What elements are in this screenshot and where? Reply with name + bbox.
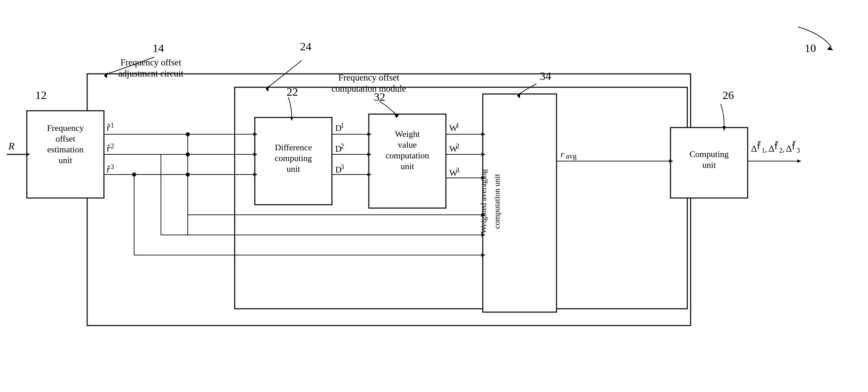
svg-text:2: 2 <box>111 142 114 150</box>
svg-text:32: 32 <box>374 91 385 103</box>
svg-text:12: 12 <box>35 89 46 101</box>
svg-text:,: , <box>765 145 767 153</box>
svg-text:unit: unit <box>59 156 72 165</box>
svg-text:f̃: f̃ <box>774 141 778 151</box>
svg-text:R: R <box>8 140 14 151</box>
svg-text:3: 3 <box>456 166 459 174</box>
svg-marker-45 <box>827 46 833 50</box>
svg-text:Weighted averaging: Weighted averaging <box>479 169 488 233</box>
svg-text:2: 2 <box>341 142 344 150</box>
svg-text:r: r <box>561 149 564 159</box>
svg-text:offset: offset <box>56 134 76 144</box>
svg-text:f̃: f̃ <box>757 141 761 151</box>
svg-marker-44 <box>797 160 801 163</box>
svg-text:Difference: Difference <box>275 143 312 152</box>
diagram-svg: Frequency offset estimation unit Differe… <box>0 0 868 392</box>
svg-text:estimation: estimation <box>47 145 84 155</box>
svg-text:Computing: Computing <box>689 149 728 159</box>
svg-text:adjustment circuit: adjustment circuit <box>118 68 184 79</box>
diagram: Frequency offset estimation unit Differe… <box>0 0 868 392</box>
svg-text:Δ: Δ <box>751 143 757 154</box>
svg-text:unit: unit <box>702 160 716 170</box>
svg-text:computation: computation <box>385 151 429 161</box>
svg-text:3: 3 <box>341 163 344 170</box>
svg-text:computing: computing <box>275 153 312 163</box>
svg-text:3: 3 <box>797 147 800 154</box>
svg-text:2: 2 <box>456 142 459 150</box>
svg-text:24: 24 <box>300 40 311 53</box>
svg-text:f̃: f̃ <box>792 141 796 151</box>
svg-text:computation unit: computation unit <box>493 174 501 229</box>
svg-text:unit: unit <box>287 164 301 174</box>
svg-text:,: , <box>782 145 784 153</box>
svg-text:10: 10 <box>805 42 816 54</box>
svg-text:r̂: r̂ <box>106 165 110 174</box>
svg-text:14: 14 <box>153 42 164 54</box>
svg-text:Δ: Δ <box>786 143 792 154</box>
svg-text:Δ: Δ <box>768 143 774 154</box>
svg-text:Frequency: Frequency <box>47 123 84 133</box>
svg-text:22: 22 <box>287 86 298 98</box>
svg-text:Weight: Weight <box>395 129 420 139</box>
svg-text:26: 26 <box>722 89 734 101</box>
svg-marker-47 <box>266 86 269 92</box>
svg-text:computation module: computation module <box>332 84 406 94</box>
svg-text:1: 1 <box>341 121 344 129</box>
svg-point-38 <box>132 172 136 176</box>
svg-text:1: 1 <box>111 121 114 129</box>
svg-text:avg: avg <box>566 152 577 160</box>
svg-text:r̂: r̂ <box>106 144 110 154</box>
svg-text:3: 3 <box>111 163 114 170</box>
svg-text:34: 34 <box>540 70 551 82</box>
svg-text:2: 2 <box>779 147 782 154</box>
svg-rect-4 <box>369 114 446 208</box>
svg-text:unit: unit <box>401 162 414 171</box>
svg-text:Frequency offset: Frequency offset <box>338 73 399 83</box>
svg-text:Frequency offset: Frequency offset <box>120 57 181 67</box>
svg-text:r̂: r̂ <box>106 123 110 133</box>
svg-text:1: 1 <box>762 147 765 154</box>
svg-marker-46 <box>104 72 108 78</box>
svg-text:1: 1 <box>456 121 459 129</box>
svg-text:value: value <box>398 140 417 150</box>
